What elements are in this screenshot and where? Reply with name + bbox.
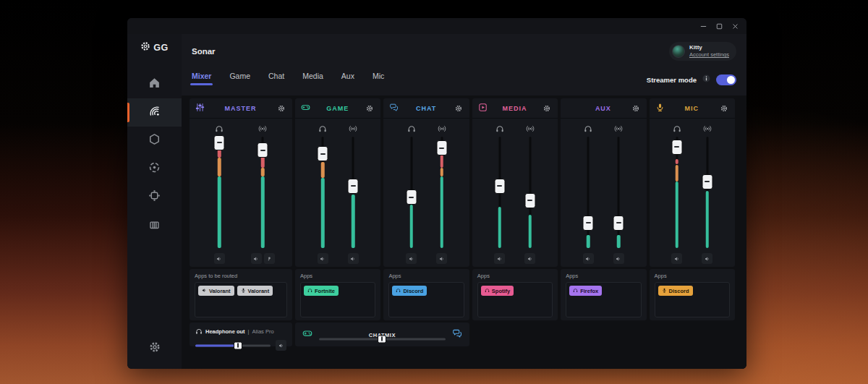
speaker-mute-button[interactable] (702, 253, 712, 264)
info-icon[interactable] (702, 73, 711, 86)
meter-segment (218, 176, 221, 248)
tab-game[interactable]: Game (229, 72, 250, 85)
headphone-icon (584, 124, 592, 133)
maximize-button[interactable] (713, 20, 725, 32)
slider-handle[interactable] (348, 179, 359, 194)
slider-track[interactable] (702, 137, 713, 248)
close-button[interactable] (729, 20, 741, 32)
sidebar-item-sonar[interactable] (127, 98, 182, 127)
media-stream-slider (519, 124, 541, 267)
channel-title: GAME (310, 105, 365, 112)
channel-settings-gear-icon[interactable] (276, 103, 286, 114)
slider-handle[interactable] (494, 179, 505, 194)
slider-handle[interactable] (702, 174, 712, 189)
app-chip-spotify[interactable]: Spotify (481, 286, 514, 296)
track-line (618, 137, 620, 248)
sidebar-item-engine[interactable] (127, 127, 182, 155)
speaker-mute-button[interactable] (348, 253, 359, 264)
output-mute-button[interactable] (276, 340, 286, 351)
steelseries-icon (140, 41, 150, 54)
speaker-mute-button[interactable] (494, 253, 505, 264)
slider-handle[interactable] (258, 142, 268, 158)
channel-settings-gear-icon[interactable] (719, 103, 729, 114)
slider-track[interactable] (494, 137, 506, 248)
app-chip-valorant[interactable]: Valorant (198, 286, 234, 296)
sidebar-item-settings[interactable] (149, 341, 161, 356)
chatmix-panel: CHATMIX (295, 323, 469, 346)
chatmix-handle[interactable] (378, 335, 386, 343)
chat-icon (452, 328, 462, 341)
slider-track[interactable] (582, 137, 594, 248)
slider-handle[interactable] (671, 140, 682, 155)
channel-settings-gear-icon[interactable] (542, 103, 552, 114)
tab-chat[interactable]: Chat (268, 72, 284, 85)
tab-media[interactable]: Media (302, 72, 323, 85)
app-chip-discord[interactable]: Discord (392, 286, 427, 296)
channel-settings-gear-icon[interactable] (631, 103, 641, 114)
tabs: MixerGameChatMediaAuxMic (192, 72, 384, 85)
slider-handle[interactable] (583, 216, 594, 231)
speaker-mute-button[interactable] (583, 253, 594, 264)
slider-track[interactable] (257, 137, 268, 248)
slider-track[interactable] (213, 137, 225, 248)
slider-handle[interactable] (436, 140, 447, 155)
slider-handle[interactable] (524, 193, 535, 208)
sidebar-item-capture[interactable] (127, 183, 182, 211)
channel-title: MIC (665, 105, 719, 112)
mute-row (702, 253, 712, 264)
hslider-handle[interactable] (234, 341, 242, 349)
speaker-mute-button[interactable] (251, 253, 262, 264)
output-label-row: Headphone out|Alias Pro (195, 325, 286, 338)
slider-handle[interactable] (214, 135, 225, 150)
headphone-out-panel: Headphone out|Alias Pro (190, 323, 292, 346)
slider-track[interactable] (317, 137, 328, 248)
account-settings-link[interactable]: Account settings (689, 51, 729, 58)
aux-apps-panel: AppsFirefox (561, 269, 646, 320)
sidebar-item-home[interactable] (127, 70, 182, 98)
broadcast-icon (349, 124, 357, 133)
game-headphone-slider (312, 124, 333, 267)
footer-empty-cell (650, 323, 735, 346)
minimize-button[interactable] (697, 20, 709, 32)
channel-settings-gear-icon[interactable] (365, 103, 375, 114)
tab-mic[interactable]: Mic (373, 72, 384, 85)
sidebar-item-gifts[interactable] (127, 211, 182, 239)
channel-settings-gear-icon[interactable] (454, 103, 464, 114)
tab-aux[interactable]: Aux (341, 72, 354, 85)
speaker-mute-button[interactable] (436, 253, 447, 264)
slider-track[interactable] (436, 137, 448, 248)
speaker-mute-button[interactable] (214, 253, 225, 264)
apps-box: Spotify (477, 282, 553, 317)
app-chip-fortnite[interactable]: Fortnite (304, 286, 339, 296)
chat-icon (389, 102, 399, 115)
apps-label: Apps (477, 273, 553, 279)
speaker-mute-button[interactable] (671, 253, 682, 264)
headphone-icon (396, 288, 401, 294)
slider-handle[interactable] (613, 216, 624, 231)
app-chip-discord[interactable]: Discord (658, 286, 693, 296)
slider-track[interactable] (406, 137, 417, 248)
headphone-icon (195, 325, 203, 338)
slider-track[interactable] (347, 137, 359, 248)
target-icon (148, 161, 161, 176)
sidebar-item-moments[interactable] (127, 155, 182, 183)
slider-handle[interactable] (318, 146, 328, 161)
slider-track[interactable] (613, 137, 624, 248)
user-chip[interactable]: Kitty Account settings (669, 42, 736, 60)
output-volume-slider[interactable] (195, 341, 271, 350)
speaker-mute-button[interactable] (318, 253, 328, 264)
bleep-mute-button[interactable] (264, 253, 275, 264)
speaker-mute-button[interactable] (613, 253, 624, 264)
chip-label: Valorant (209, 288, 231, 294)
slider-handle[interactable] (406, 189, 417, 205)
slider-track[interactable] (524, 137, 536, 248)
game-apps-panel: AppsFortnite (295, 269, 380, 320)
app-chip-firefox[interactable]: Firefox (569, 286, 602, 296)
speaker-mute-button[interactable] (524, 253, 535, 264)
tab-mixer[interactable]: Mixer (192, 72, 211, 85)
mute-row (406, 253, 417, 264)
streamer-mode-toggle[interactable] (716, 74, 736, 85)
speaker-mute-button[interactable] (406, 253, 417, 264)
app-chip-valorant[interactable]: Valorant (237, 286, 273, 296)
slider-track[interactable] (671, 137, 683, 248)
